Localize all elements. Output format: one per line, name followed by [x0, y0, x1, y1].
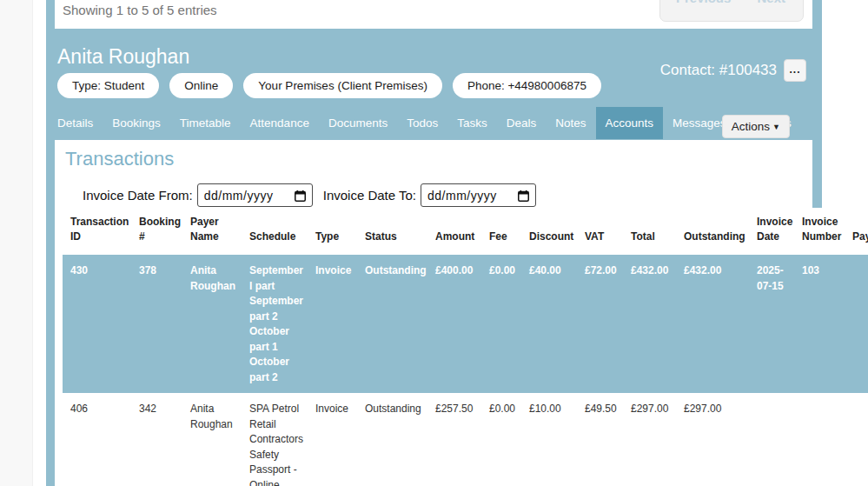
- more-options-button[interactable]: ...: [784, 59, 806, 82]
- transactions-heading: Transactions: [65, 148, 812, 170]
- actions-button[interactable]: Actions▼: [722, 115, 790, 138]
- calendar-icon[interactable]: [518, 190, 529, 201]
- tab-deals[interactable]: Deals: [497, 107, 547, 139]
- badge-type: Type: Student: [57, 73, 159, 98]
- col-payment-date: Payment Date: [845, 208, 868, 255]
- col-invoice-number: Invoice Number: [794, 208, 845, 255]
- transactions-panel: Transactions Invoice Date From: dd/mm/yy…: [55, 140, 812, 486]
- ellipsis-icon: ...: [789, 63, 800, 76]
- table-header-row: Transaction ID Booking # Payer Name Sche…: [63, 208, 868, 255]
- col-amount: Amount: [427, 208, 481, 255]
- col-invoice-date: Invoice Date: [749, 208, 794, 255]
- tab-tasks[interactable]: Tasks: [447, 107, 497, 139]
- tab-timetable[interactable]: Timetable: [170, 107, 241, 139]
- col-total: Total: [623, 208, 676, 255]
- col-outstanding: Outstanding: [676, 208, 749, 255]
- entries-info: Showing 1 to 5 of 5 entries: [63, 3, 217, 17]
- badge-phone: Phone: +44980006875: [453, 73, 601, 98]
- badge-premises: Your Premises (Client Premises): [243, 73, 442, 98]
- caret-down-icon: ▼: [772, 123, 780, 131]
- contact-name: Anita Roughan: [57, 45, 189, 69]
- transactions-table-wrap: Transaction ID Booking # Payer Name Sche…: [63, 208, 868, 486]
- previous-button[interactable]: Previous: [676, 0, 731, 5]
- next-button[interactable]: Next: [757, 0, 785, 5]
- col-fee: Fee: [481, 208, 521, 255]
- contact-panel: Showing 1 to 5 of 5 entries Previous Nex…: [46, 0, 822, 486]
- badge-online: Online: [169, 73, 233, 98]
- table-row[interactable]: 406 342 Anita Roughan SPA Petrol Retail …: [63, 393, 868, 486]
- invoice-date-from-input[interactable]: dd/mm/yyyy: [197, 183, 313, 207]
- col-discount: Discount: [521, 208, 577, 255]
- col-status: Status: [357, 208, 427, 255]
- pagination-controls: Previous Next: [659, 0, 804, 22]
- tab-accounts[interactable]: Accounts: [596, 107, 664, 139]
- contact-id-label: Contact: #100433: [660, 62, 777, 79]
- col-payer-name: Payer Name: [182, 208, 242, 255]
- invoice-date-from-label: Invoice Date From:: [83, 188, 193, 203]
- calendar-icon[interactable]: [295, 190, 306, 201]
- table-row[interactable]: 430 378 Anita Roughan September I part S…: [63, 255, 868, 393]
- invoice-date-to-input[interactable]: dd/mm/yyyy: [421, 183, 536, 207]
- col-booking: Booking #: [131, 208, 182, 255]
- contact-badges: Type: Student Online Your Premises (Clie…: [57, 73, 601, 98]
- tab-todos[interactable]: Todos: [397, 107, 447, 139]
- tab-documents[interactable]: Documents: [319, 107, 397, 139]
- invoice-date-filters: Invoice Date From: dd/mm/yyyy Invoice Da…: [83, 183, 812, 207]
- tab-bookings[interactable]: Bookings: [103, 107, 170, 139]
- tab-details[interactable]: Details: [48, 107, 103, 139]
- invoice-date-to-label: Invoice Date To:: [323, 188, 416, 203]
- tab-notes[interactable]: Notes: [546, 107, 595, 139]
- entries-summary-card: Showing 1 to 5 of 5 entries Previous Nex…: [55, 0, 812, 29]
- transactions-table: Transaction ID Booking # Payer Name Sche…: [63, 208, 868, 486]
- left-gutter: [0, 0, 33, 486]
- col-transaction-id: Transaction ID: [63, 208, 131, 255]
- col-vat: VAT: [577, 208, 623, 255]
- col-schedule: Schedule: [242, 208, 308, 255]
- col-type: Type: [308, 208, 357, 255]
- contact-tabs: Details Bookings Timetable Attendance Do…: [48, 107, 801, 139]
- tab-attendance[interactable]: Attendance: [241, 107, 319, 139]
